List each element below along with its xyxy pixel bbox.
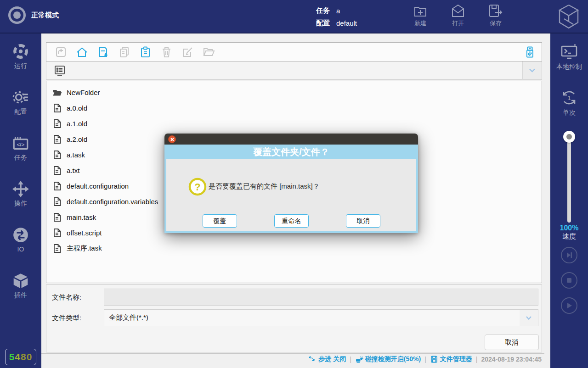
config-label: 配置 — [316, 19, 330, 28]
local-control-button[interactable]: 本地控制 — [550, 43, 588, 71]
sidebar-item-label: 插件 — [14, 291, 27, 300]
file-row[interactable]: a.0.old — [52, 100, 542, 116]
step-label: 步进 关闭 — [318, 355, 346, 363]
file-name: a.2.old — [67, 135, 87, 143]
collision-label: 碰撞检测开启(50%) — [365, 355, 421, 363]
file-icon — [52, 166, 62, 175]
chevron-down-icon — [526, 316, 532, 320]
back-icon — [55, 46, 67, 58]
slider-handle[interactable] — [563, 131, 575, 143]
file-name: default.configuration — [67, 182, 129, 190]
delete-button[interactable] — [160, 46, 173, 58]
slider-track[interactable] — [567, 136, 571, 223]
separator: | — [476, 356, 478, 363]
sidebar-item-label: 配置 — [14, 108, 27, 116]
new-file-icon — [97, 46, 109, 58]
plugin-cube-icon — [12, 272, 29, 290]
edit-icon — [181, 46, 194, 58]
terminal-icon — [560, 43, 578, 61]
path-dropdown-button[interactable] — [522, 61, 542, 79]
rename-button[interactable] — [181, 46, 194, 58]
path-selector-row — [46, 61, 542, 80]
open-folder-button[interactable] — [203, 46, 215, 58]
counter-digit: 4 — [15, 351, 21, 362]
file-row[interactable]: NewFolder — [52, 84, 542, 100]
new-file-button[interactable] — [97, 46, 109, 58]
filename-label: 文件名称: — [52, 293, 81, 302]
copy-button[interactable] — [118, 46, 130, 58]
save-floppy-icon — [488, 4, 503, 18]
new-folder-plus-icon — [413, 4, 428, 18]
collision-status[interactable]: 碰撞检测开启(50%) — [355, 355, 421, 363]
stop-button[interactable] — [561, 272, 577, 289]
svg-text:1: 1 — [567, 95, 571, 101]
skip-next-icon — [565, 251, 574, 260]
task-label: 任务 — [316, 6, 330, 15]
mode-label: 正常模式 — [31, 11, 59, 20]
delete-icon — [160, 46, 173, 58]
play-button[interactable] — [561, 297, 577, 314]
settings-gear-icon — [12, 89, 29, 106]
filetype-dropdown-button[interactable] — [520, 310, 538, 326]
file-icon — [52, 181, 62, 191]
open-folder-icon — [203, 46, 215, 58]
overwrite-button[interactable]: 覆盖 — [203, 214, 237, 228]
separator: | — [350, 356, 351, 363]
speed-slider[interactable] — [550, 131, 588, 227]
back-button[interactable] — [55, 46, 67, 58]
mode-indicator[interactable]: 正常模式 — [8, 6, 59, 24]
mode-status-icon — [8, 6, 26, 24]
file-row[interactable]: 主程序.task — [52, 240, 542, 256]
file-icon — [52, 134, 62, 144]
file-icon — [52, 103, 62, 113]
file-name: a.0.old — [67, 104, 87, 112]
file-name: a.txt — [67, 167, 79, 174]
dialog-body: ? 是否要覆盖已有的文件 [main.task]？ 覆盖 重命名 取消 — [164, 159, 418, 233]
save-task-button[interactable]: 保存 — [481, 4, 510, 28]
file-icon — [52, 119, 62, 128]
sidebar-item-operate[interactable]: 操作 — [0, 180, 41, 215]
operate-arrows-icon — [12, 180, 29, 198]
paste-button[interactable] — [139, 46, 152, 58]
form-cancel-button[interactable]: 取消 — [485, 335, 539, 350]
file-name: offset.script — [67, 229, 102, 237]
step-status[interactable]: 步进 关闭 — [308, 355, 346, 363]
file-row[interactable]: a.1.old — [52, 116, 542, 131]
file-manager-status[interactable]: 文件管理器 — [430, 355, 472, 363]
dialog-close-button[interactable] — [168, 135, 176, 143]
manager-label: 文件管理器 — [440, 355, 472, 363]
single-run-label: 单次 — [563, 109, 576, 117]
sidebar-item-config[interactable]: 配置 — [0, 89, 41, 123]
filetype-select[interactable]: 全部文件(*.*) — [104, 309, 538, 326]
paste-icon — [139, 46, 152, 58]
sidebar-item-label: IO — [17, 245, 24, 253]
top-bar: 正常模式 任务 a 配置 default 新建 打开 保存 — [0, 0, 588, 33]
brand-logo-icon — [557, 3, 581, 30]
sidebar-item-plugin[interactable]: 插件 — [0, 272, 41, 307]
open-task-button[interactable]: 打开 — [444, 4, 472, 28]
dialog-titlebar[interactable] — [164, 134, 418, 145]
file-name: 主程序.task — [67, 244, 102, 253]
step-next-button[interactable] — [561, 247, 577, 263]
rename-button[interactable]: 重命名 — [274, 214, 309, 228]
filename-input[interactable] — [104, 289, 538, 306]
counter-digit: 80 — [21, 351, 32, 362]
file-toolbar — [46, 42, 542, 61]
file-name: main.task — [67, 213, 96, 221]
close-icon — [170, 138, 174, 141]
new-task-button[interactable]: 新建 — [406, 4, 435, 28]
list-view-icon[interactable] — [54, 65, 66, 77]
sidebar-item-io[interactable]: IO — [0, 226, 41, 261]
dialog-cancel-button[interactable]: 取消 — [346, 214, 380, 228]
config-value: default — [336, 19, 357, 27]
usb-device-button[interactable] — [524, 46, 536, 58]
collision-robot-icon — [355, 355, 363, 363]
status-bar: 步进 关闭 | 碰撞检测开启(50%) | 文件管理器 | 2024-08-19… — [41, 353, 544, 364]
single-run-button[interactable]: 1 单次 — [550, 89, 588, 117]
sidebar-item-task[interactable]: </> 任务 — [0, 134, 41, 169]
home-icon — [76, 46, 88, 58]
file-icon — [52, 244, 62, 253]
sidebar-item-run[interactable]: 运行 — [0, 43, 41, 78]
home-button[interactable] — [76, 46, 88, 58]
overwrite-dialog: 覆盖文件夹/文件？ ? 是否要覆盖已有的文件 [main.task]？ 覆盖 重… — [164, 134, 418, 233]
